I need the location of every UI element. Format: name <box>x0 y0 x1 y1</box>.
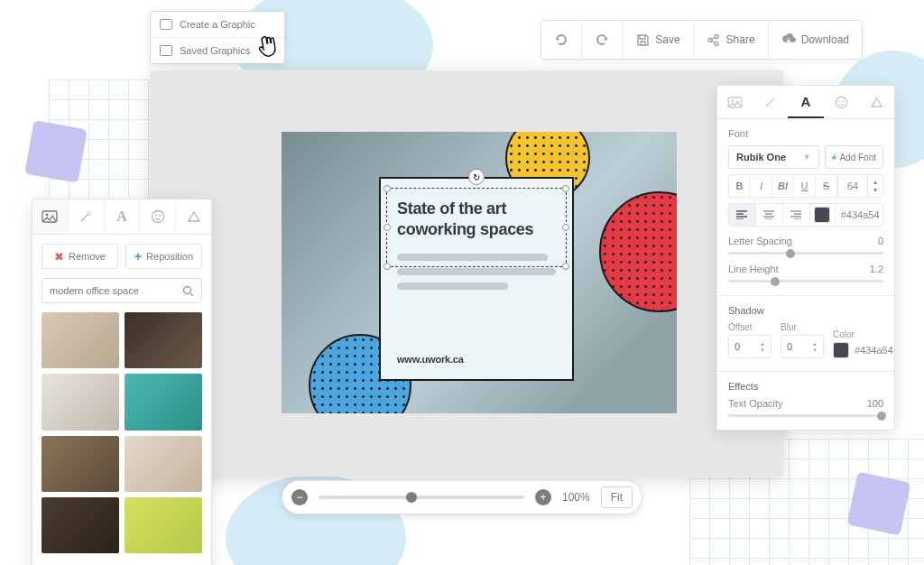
image-thumbnail[interactable] <box>125 436 202 492</box>
right-properties-panel: A Font Rubik One ▼ +Add Font B I BI U S … <box>716 85 895 431</box>
headline-text[interactable]: State of the art coworking spaces <box>397 199 556 239</box>
button-label: Download <box>801 33 849 46</box>
triangle-icon <box>187 209 201 224</box>
text-color-value: #434a54 <box>836 204 882 226</box>
text-icon: A <box>801 94 811 109</box>
tab-effects-props[interactable] <box>753 86 788 118</box>
chevron-down-icon: ▼ <box>873 187 879 193</box>
image-results-grid <box>32 303 211 562</box>
image-thumbnail[interactable] <box>42 436 119 492</box>
color-swatch <box>814 207 830 223</box>
zoom-controls: − + 100% Fit <box>282 480 642 514</box>
shadow-color-label: Color <box>833 329 893 339</box>
text-icon: A <box>116 208 127 225</box>
slider-thumb[interactable] <box>786 249 795 258</box>
font-section-label: Font <box>728 128 883 139</box>
letter-spacing-slider[interactable] <box>728 252 883 255</box>
bold-button[interactable]: B <box>729 175 751 197</box>
button-label: Add Font <box>839 153 876 162</box>
tab-shape-props[interactable] <box>859 86 894 118</box>
tab-image-props[interactable] <box>717 86 753 118</box>
tab-emoji-props[interactable] <box>824 86 859 118</box>
image-thumbnail[interactable] <box>125 374 202 430</box>
placeholder-line <box>397 268 556 275</box>
offset-label: Offset <box>728 322 772 332</box>
canvas-artboard[interactable]: State of the art coworking spaces www.uw… <box>282 132 677 413</box>
svg-point-6 <box>155 215 157 217</box>
tab-text[interactable]: A <box>105 199 141 234</box>
shadow-section-label: Shadow <box>728 305 883 316</box>
tab-magic[interactable] <box>69 199 105 234</box>
share-button[interactable]: Share <box>694 21 769 59</box>
wand-icon <box>763 96 777 109</box>
text-color-swatch[interactable] <box>810 204 836 226</box>
menu-item-label: Saved Graphics <box>180 45 250 56</box>
underline-button[interactable]: U <box>794 175 816 197</box>
bold-italic-button[interactable]: BI <box>772 175 794 197</box>
plus-icon: + <box>134 249 142 264</box>
image-thumbnail[interactable] <box>42 497 119 553</box>
zoom-fit-button[interactable]: Fit <box>601 486 633 508</box>
zoom-in-button[interactable]: + <box>535 489 551 505</box>
font-value: Rubik One <box>736 152 786 162</box>
svg-point-10 <box>732 99 734 101</box>
share-icon <box>707 32 721 47</box>
zoom-out-button[interactable]: − <box>291 489 308 505</box>
save-button[interactable]: Save <box>623 21 693 59</box>
menu-item-label: Create a Graphic <box>180 19 255 30</box>
image-icon <box>42 210 58 223</box>
image-thumbnail[interactable] <box>125 312 202 368</box>
chevron-down-icon: ▼ <box>812 347 818 353</box>
shadow-blur-input[interactable]: 0▲▼ <box>781 335 824 358</box>
undo-button[interactable] <box>541 21 582 59</box>
add-font-button[interactable]: +Add Font <box>825 145 883 169</box>
svg-point-4 <box>46 214 49 217</box>
download-cloud-icon <box>781 32 796 47</box>
url-text[interactable]: www.uwork.ca <box>397 354 556 365</box>
image-thumbnail[interactable] <box>42 312 119 368</box>
left-panel-tabs: A <box>32 199 211 235</box>
align-right-button[interactable] <box>783 204 810 226</box>
italic-button[interactable]: I <box>751 175 772 197</box>
svg-point-0 <box>708 38 712 42</box>
opacity-value: 100 <box>867 398 883 409</box>
button-label: Share <box>726 33 755 46</box>
tab-text-props[interactable]: A <box>788 86 823 118</box>
emoji-icon <box>151 209 165 224</box>
left-image-panel: A ✖Remove +Reposition modern office spac… <box>32 199 212 565</box>
size-stepper[interactable]: ▲▼ <box>868 175 882 197</box>
tab-shapes[interactable] <box>176 199 211 234</box>
image-icon <box>160 19 172 30</box>
font-family-select[interactable]: Rubik One ▼ <box>728 145 819 169</box>
image-thumbnail[interactable] <box>125 497 202 553</box>
svg-point-2 <box>715 42 718 45</box>
align-center-button[interactable] <box>756 204 783 226</box>
svg-point-13 <box>843 100 845 102</box>
canvas-workspace[interactable]: State of the art coworking spaces www.uw… <box>150 70 783 477</box>
shadow-color-value: #434a54 <box>855 345 893 356</box>
remove-button[interactable]: ✖Remove <box>42 244 118 269</box>
image-thumbnail[interactable] <box>42 374 119 430</box>
download-button[interactable]: Download <box>769 21 862 59</box>
align-left-button[interactable] <box>729 204 756 226</box>
shadow-offset-input[interactable]: 0▲▼ <box>728 335 772 358</box>
zoom-slider-thumb[interactable] <box>406 492 417 503</box>
text-card[interactable]: State of the art coworking spaces www.uw… <box>379 177 574 381</box>
tab-emoji[interactable] <box>140 199 176 234</box>
reposition-button[interactable]: +Reposition <box>125 244 202 269</box>
strikethrough-button[interactable]: S <box>816 175 837 197</box>
zoom-slider[interactable] <box>319 496 524 499</box>
font-size-input[interactable]: 64 <box>837 175 868 197</box>
slider-thumb[interactable] <box>877 412 886 421</box>
bg-square-decoration <box>24 120 88 183</box>
search-value: modern office space <box>50 285 139 296</box>
tab-images[interactable] <box>32 199 69 234</box>
button-label: Remove <box>69 251 106 262</box>
redo-button[interactable] <box>582 21 623 59</box>
slider-thumb[interactable] <box>771 277 780 286</box>
svg-point-5 <box>152 211 163 223</box>
image-search-input[interactable]: modern office space <box>42 278 202 303</box>
shadow-color-swatch[interactable] <box>833 342 849 358</box>
line-height-slider[interactable] <box>728 280 883 282</box>
opacity-slider[interactable] <box>728 414 883 417</box>
